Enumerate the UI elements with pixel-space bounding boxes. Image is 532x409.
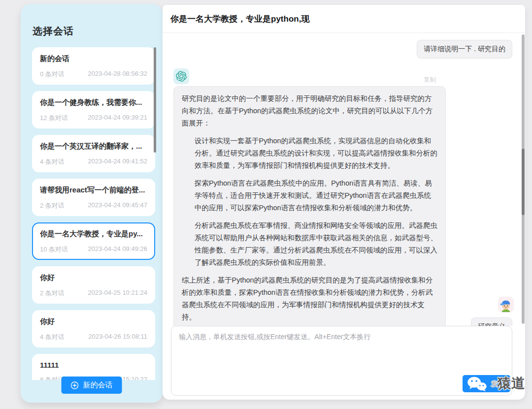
conversation-count: 4 条对话 — [40, 157, 65, 166]
conversation-count: 12 条对话 — [40, 114, 68, 123]
conversation-title: 11111 — [40, 361, 147, 369]
conversation-time: 2023-04-24 09:45:47 — [88, 201, 147, 210]
sidebar-title: 选择会话 — [33, 25, 74, 38]
wechat-icon — [464, 376, 491, 391]
chat-panel: 你是一名大学教授，专业是python,现 请详细说明一下 . 研究目的 复制 研… — [163, 5, 525, 400]
openai-logo-icon — [176, 71, 187, 82]
conversation-sidebar: 选择会话 新的会话 0 条对话 2023-04-28 08:56:32 你是一个… — [21, 4, 163, 403]
plus-circle-icon — [71, 381, 79, 389]
sidebar-scrollbar[interactable] — [154, 47, 156, 153]
conversation-count: 10 条对话 — [40, 245, 68, 254]
conversation-item[interactable]: 你好 2 条对话 2023-04-25 10:21:24 — [32, 266, 155, 304]
watermark-brand: 猿道 — [498, 375, 525, 392]
conversation-time: 2023-04-24 09:49:26 — [88, 245, 147, 254]
conversation-count: 0 条对话 — [40, 70, 65, 79]
assistant-message-bubble: 研究目的是论文中的一个重要部分，用于明确研究的目标和任务，指导研究的方向和方法。… — [173, 86, 446, 326]
conversation-title: 你好 — [40, 273, 147, 283]
conversation-item[interactable]: 你是一个英汉互译的翻译家，... 4 条对话 2023-04-24 09:41:… — [32, 135, 155, 172]
conversation-title: 你是一名大学教授，专业是py... — [40, 229, 147, 239]
conversation-meta: 2 条对话 2023-04-24 09:45:47 — [40, 201, 147, 210]
conversation-item[interactable]: 新的会话 0 条对话 2023-04-28 08:56:32 — [32, 47, 155, 85]
conversation-meta: 4 条对话 2023-04-24 09:41:52 — [40, 157, 147, 166]
assistant-paragraph: 分析武器爬虫系统在军事情报、商业情报和网络安全等领域的应用。武器爬虫系统可以帮助… — [195, 220, 437, 269]
conversation-meta: 2 条对话 2023-04-25 10:21:24 — [40, 289, 147, 298]
conversation-item[interactable]: 你是一名大学教授，专业是py... 10 条对话 2023-04-24 09:4… — [32, 222, 155, 260]
assistant-avatar — [173, 68, 189, 84]
chat-message-area: 请详细说明一下 . 研究目的 复制 研究目的是论文中的一个重要部分，用于明确研究… — [163, 33, 525, 326]
conversation-meta: 4 条对话 2023-04-26 15:08:11 — [40, 333, 147, 342]
chat-scrollbar[interactable] — [522, 34, 525, 324]
conversation-count: 4 条对话 — [40, 333, 65, 342]
chat-scrollbar-thumb[interactable] — [522, 149, 525, 215]
new-conversation-button[interactable]: 新的会话 — [62, 377, 122, 394]
conversation-time: 2023-04-28 08:56:32 — [88, 70, 147, 79]
assistant-message-toolbar: 复制 — [173, 68, 446, 84]
assistant-paragraph: 综上所述，基于Python的武器爬虫系统的研究目的是为了提高武器情报收集和分析的… — [182, 274, 437, 323]
conversation-title: 你好 — [40, 317, 147, 326]
new-conversation-label: 新的会话 — [83, 380, 113, 390]
message-input[interactable] — [171, 326, 512, 395]
assistant-paragraph: 研究目的是论文中的一个重要部分，用于明确研究的目标和任务，指导研究的方向和方法。… — [182, 93, 437, 129]
boy-avatar-icon — [499, 297, 513, 312]
send-button[interactable]: 发 猿道 — [463, 375, 510, 392]
conversation-item[interactable]: 请帮我用react写一个前端的登... 2 条对话 2023-04-24 09:… — [32, 179, 155, 216]
conversation-count: 8 条对话 — [40, 376, 65, 380]
conversation-item[interactable]: 你是一个健身教练，我需要你... 12 条对话 2023-04-24 09:39… — [32, 91, 155, 128]
send-label-partial: 发 — [491, 379, 498, 389]
assistant-message-block: 复制 研究目的是论文中的一个重要部分，用于明确研究的目标和任务，指导研究的方向和… — [173, 68, 446, 326]
conversation-meta: 0 条对话 2023-04-28 08:56:32 — [40, 70, 147, 79]
conversation-count: 2 条对话 — [40, 201, 65, 210]
assistant-paragraph: 设计和实现一套基于Python的武器爬虫系统，实现武器信息的自动化收集和分析。通… — [195, 135, 437, 172]
conversation-list: 新的会话 0 条对话 2023-04-28 08:56:32 你是一个健身教练，… — [32, 47, 155, 380]
conversation-title: 你是一个英汉互译的翻译家，... — [40, 142, 147, 151]
conversation-time: 2023-04-24 09:41:52 — [88, 157, 147, 166]
composer: 发 猿道 — [171, 326, 512, 396]
copy-button[interactable]: 复制 — [424, 76, 436, 84]
conversation-title: 请帮我用react写一个前端的登... — [40, 186, 147, 195]
conversation-meta: 12 条对话 2023-04-24 09:39:21 — [40, 114, 147, 123]
partial-message-bubble: 研究意义 — [471, 317, 512, 326]
conversation-count: 2 条对话 — [40, 289, 65, 298]
chat-title: 你是一名大学教授，专业是python,现 — [170, 13, 309, 25]
conversation-meta: 10 条对话 2023-04-24 09:49:26 — [40, 245, 147, 254]
conversation-time: 2023-04-24 09:39:21 — [88, 114, 147, 123]
user-avatar — [499, 297, 513, 312]
conversation-item[interactable]: 你好 4 条对话 2023-04-26 15:08:11 — [32, 310, 155, 347]
chat-header: 你是一名大学教授，专业是python,现 — [163, 5, 525, 33]
assistant-paragraph: 探索Python语言在武器爬虫系统中的应用。Python语言具有简洁、易读、易学… — [195, 177, 437, 214]
conversation-time: 2023-04-25 10:21:24 — [88, 289, 147, 298]
conversation-title: 你是一个健身教练，我需要你... — [40, 98, 147, 107]
user-message-bubble: 请详细说明一下 . 研究目的 — [417, 40, 512, 59]
conversation-title: 新的会话 — [40, 54, 147, 63]
conversation-time: 2023-04-26 15:08:11 — [88, 333, 147, 342]
